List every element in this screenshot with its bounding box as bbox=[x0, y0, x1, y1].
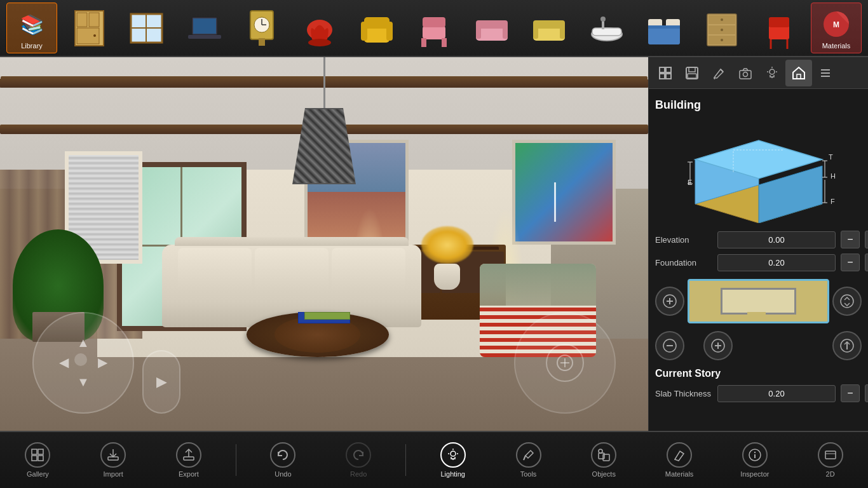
svg-rect-15 bbox=[259, 38, 265, 46]
redo-label: Redo bbox=[350, 470, 367, 478]
nav-down-arrow[interactable]: ▼ bbox=[74, 373, 93, 391]
foundation-label: Foundation bbox=[655, 258, 712, 268]
redo-button[interactable]: Redo bbox=[330, 435, 387, 485]
inspector-button[interactable]: Inspector bbox=[726, 435, 783, 485]
furniture-laptop[interactable] bbox=[182, 6, 226, 50]
svg-rect-9 bbox=[193, 18, 216, 34]
lighting-label: Lighting bbox=[440, 470, 465, 478]
svg-rect-24 bbox=[421, 38, 426, 47]
pendant-lamp bbox=[292, 57, 356, 184]
objects-button[interactable]: Objects bbox=[575, 435, 632, 485]
tool-home[interactable] bbox=[785, 60, 812, 86]
slab-thickness-plus-button[interactable]: + bbox=[865, 384, 868, 402]
furniture-clock[interactable] bbox=[240, 6, 284, 50]
undo-button[interactable]: Undo bbox=[254, 435, 311, 485]
library-label: Library bbox=[21, 42, 43, 50]
furniture-chair-pink[interactable] bbox=[412, 6, 456, 50]
nav-forward-button[interactable]: ▶ bbox=[142, 350, 180, 414]
svg-rect-33 bbox=[560, 23, 565, 39]
svg-rect-50 bbox=[769, 17, 789, 27]
delete-story-button[interactable] bbox=[832, 331, 862, 360]
svg-text:T: T bbox=[829, 153, 833, 161]
svg-text:H: H bbox=[831, 172, 836, 180]
elevation-minus-button[interactable]: − bbox=[841, 231, 860, 248]
building-diagram: T H E F bbox=[655, 119, 862, 224]
svg-point-125 bbox=[754, 452, 756, 453]
import-icon bbox=[100, 442, 126, 468]
gallery-icon bbox=[25, 442, 50, 468]
tool-camera[interactable] bbox=[732, 60, 759, 86]
move-story-down-button[interactable] bbox=[655, 331, 684, 360]
furniture-armchair-yellow[interactable] bbox=[354, 6, 398, 50]
foundation-input[interactable] bbox=[717, 254, 836, 271]
furniture-chair-red[interactable] bbox=[297, 6, 341, 50]
svg-rect-35 bbox=[592, 28, 621, 36]
svg-point-47 bbox=[721, 29, 723, 31]
svg-rect-60 bbox=[660, 74, 665, 79]
tool-paint[interactable] bbox=[705, 60, 732, 86]
nav-forward-icon: ▶ bbox=[156, 374, 167, 390]
furniture-window[interactable] bbox=[125, 6, 169, 50]
2d-icon bbox=[818, 442, 843, 468]
separator-2 bbox=[405, 444, 406, 476]
furniture-dresser-top[interactable] bbox=[699, 6, 743, 50]
slab-thickness-row: Slab Thickness − + bbox=[655, 384, 862, 402]
painting-right bbox=[512, 140, 616, 245]
furniture-sofa-yellow[interactable] bbox=[527, 6, 571, 50]
elevation-label: Elevation bbox=[655, 235, 712, 245]
svg-point-17 bbox=[308, 39, 331, 46]
add-story-below-button[interactable] bbox=[703, 331, 733, 360]
svg-rect-64 bbox=[688, 74, 696, 78]
nav-left-arrow[interactable]: ◀ bbox=[55, 353, 73, 372]
library-button[interactable]: 📚 Library bbox=[6, 3, 57, 53]
foundation-minus-button[interactable]: − bbox=[841, 254, 860, 271]
tools-button[interactable]: Tools bbox=[500, 435, 557, 485]
add-story-above-button[interactable] bbox=[655, 287, 684, 316]
svg-rect-32 bbox=[533, 23, 538, 39]
nav-joystick-right[interactable] bbox=[514, 312, 616, 414]
materials-top-label: Materials bbox=[822, 42, 851, 50]
materials-top-button[interactable]: M Materials bbox=[811, 3, 862, 53]
svg-rect-21 bbox=[364, 17, 390, 29]
svg-text:M: M bbox=[833, 20, 839, 29]
tool-list[interactable] bbox=[812, 60, 839, 86]
2d-label: 2D bbox=[826, 470, 835, 478]
materials-bottom-icon bbox=[667, 442, 692, 468]
inspector-icon bbox=[742, 442, 768, 468]
nav-right-arrow[interactable]: ▶ bbox=[93, 353, 112, 372]
nav-joystick-left[interactable]: ▲ ◀ ▶ ▼ bbox=[32, 312, 134, 414]
materials-bottom-label: Materials bbox=[665, 470, 694, 478]
svg-point-46 bbox=[721, 18, 723, 21]
foundation-plus-button[interactable]: + bbox=[865, 254, 868, 271]
viewport[interactable]: ▲ ◀ ▶ ▼ ▶ bbox=[0, 57, 648, 432]
tool-light[interactable] bbox=[759, 60, 785, 86]
materials-top-icon: M bbox=[819, 7, 854, 42]
elevation-plus-button[interactable]: + bbox=[865, 231, 868, 248]
redo-icon bbox=[346, 442, 371, 468]
import-button[interactable]: Import bbox=[85, 435, 142, 485]
export-button[interactable]: Export bbox=[160, 435, 217, 485]
elevation-input[interactable] bbox=[717, 231, 836, 248]
2d-button[interactable]: 2D bbox=[802, 435, 859, 485]
tool-build[interactable] bbox=[652, 60, 679, 86]
lighting-button[interactable]: Lighting bbox=[424, 435, 482, 485]
svg-rect-126 bbox=[825, 451, 836, 459]
furniture-sofa-pink[interactable] bbox=[469, 6, 513, 50]
nav-up-arrow[interactable]: ▲ bbox=[74, 334, 93, 353]
svg-rect-58 bbox=[660, 67, 665, 72]
tool-save[interactable] bbox=[679, 60, 705, 86]
slab-thickness-input[interactable] bbox=[717, 385, 836, 402]
furniture-bathtub[interactable] bbox=[584, 6, 628, 50]
materials-bottom-button[interactable]: Materials bbox=[651, 435, 708, 485]
slab-thickness-minus-button[interactable]: − bbox=[841, 384, 860, 402]
gallery-button[interactable]: Gallery bbox=[9, 435, 66, 485]
furniture-door[interactable] bbox=[67, 6, 111, 50]
undo-label: Undo bbox=[275, 470, 291, 478]
furniture-chair-red2[interactable] bbox=[757, 6, 801, 50]
separator-1 bbox=[236, 444, 236, 476]
furniture-bed[interactable] bbox=[642, 6, 686, 50]
add-story-option-button[interactable] bbox=[832, 287, 862, 316]
svg-rect-73 bbox=[797, 74, 801, 79]
svg-rect-108 bbox=[32, 456, 37, 461]
export-label: Export bbox=[179, 470, 199, 478]
